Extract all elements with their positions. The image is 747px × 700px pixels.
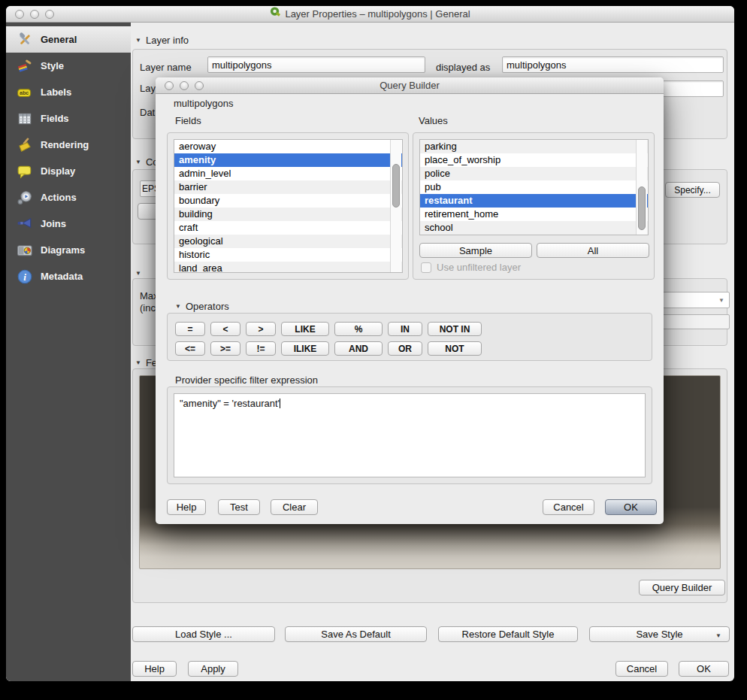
operator-button[interactable]: > <box>246 322 276 336</box>
value-list-item[interactable]: parking <box>420 140 648 153</box>
window-controls <box>15 10 54 19</box>
dialog-clear-button[interactable]: Clear <box>271 499 318 515</box>
metadata-icon: i <box>16 268 34 285</box>
sidebar-item-display[interactable]: Display <box>6 158 131 184</box>
operator-button[interactable]: IN <box>388 322 422 336</box>
field-list-item[interactable]: amenity <box>174 153 402 167</box>
display-icon <box>16 163 34 180</box>
value-list-item[interactable]: pub <box>420 180 648 194</box>
expression-textarea[interactable]: "amenity" = 'restaurant' <box>174 393 646 477</box>
value-list-item[interactable]: school <box>420 221 648 235</box>
operator-button[interactable]: <= <box>175 341 205 356</box>
operators-row-2: <=>=!=ILIKEANDORNOT <box>175 341 482 356</box>
dialog-test-button[interactable]: Test <box>218 499 260 515</box>
apply-button[interactable]: Apply <box>188 661 238 677</box>
dialog-cancel-button[interactable]: Cancel <box>543 499 594 515</box>
close-button[interactable] <box>15 10 24 19</box>
scrollbar-thumb[interactable] <box>638 186 646 230</box>
sidebar-item-fields[interactable]: Fields <box>6 105 131 132</box>
layer-info-header[interactable]: ▼ Layer info <box>135 35 189 46</box>
sidebar-item-style[interactable]: Style <box>6 53 131 79</box>
fields-icon <box>16 111 34 127</box>
crs-header[interactable]: ▼ Co <box>135 156 159 168</box>
use-unfiltered-checkbox[interactable] <box>421 262 431 273</box>
field-list-item[interactable]: building <box>174 208 402 221</box>
value-list-item[interactable]: police <box>420 167 648 180</box>
operators-header[interactable]: ▼ Operators <box>175 301 229 312</box>
disclosure-triangle-icon: ▼ <box>135 159 141 165</box>
sidebar-item-diagrams[interactable]: Diagrams <box>6 237 131 263</box>
dialog-title: Query Builder <box>156 77 664 94</box>
dialog-help-button[interactable]: Help <box>167 499 206 515</box>
save-as-default-button[interactable]: Save As Default <box>285 626 427 642</box>
text-cursor <box>280 398 280 408</box>
all-button[interactable]: All <box>537 243 649 258</box>
close-button[interactable] <box>165 81 174 90</box>
field-list-item[interactable]: craft <box>174 221 402 235</box>
values-scrollbar[interactable] <box>636 140 647 235</box>
window-titlebar[interactable]: Layer Properties – multipolygons | Gener… <box>6 6 734 23</box>
zoom-button[interactable] <box>45 10 54 19</box>
operator-button[interactable]: ILIKE <box>281 341 329 356</box>
field-list-item[interactable]: boundary <box>174 194 402 208</box>
field-list-item[interactable]: historic <box>174 248 402 262</box>
dialog-window-controls <box>165 81 204 90</box>
dialog-ok-button[interactable]: OK <box>605 499 657 515</box>
field-list-item[interactable]: land_area <box>174 262 402 273</box>
sidebar-item-joins[interactable]: Joins <box>6 211 131 237</box>
query-builder-dialog: Query Builder multipolygons Fields Value… <box>156 77 664 524</box>
zoom-button[interactable] <box>195 81 204 90</box>
cancel-button[interactable]: Cancel <box>615 661 668 677</box>
query-builder-button[interactable]: Query Builder <box>639 580 725 595</box>
help-button[interactable]: Help <box>132 661 177 677</box>
operator-button[interactable]: LIKE <box>281 322 329 336</box>
scrollbar-thumb[interactable] <box>392 164 400 208</box>
layer-name-label: Layer name <box>140 59 192 76</box>
qgis-icon <box>270 6 281 23</box>
sidebar-item-metadata[interactable]: i Metadata <box>6 263 131 289</box>
field-list-item[interactable]: admin_level <box>174 167 402 180</box>
sidebar-item-actions[interactable]: Actions <box>6 184 131 211</box>
dialog-titlebar[interactable]: Query Builder <box>156 77 664 94</box>
expression-label: Provider specific filter expression <box>175 374 318 386</box>
fields-list: aerowayamenityadmin_levelbarrierboundary… <box>174 139 403 273</box>
value-list-item[interactable]: restaurant <box>420 194 648 208</box>
minimize-button[interactable] <box>30 10 39 19</box>
sample-button[interactable]: Sample <box>419 243 532 258</box>
restore-default-style-button[interactable]: Restore Default Style <box>438 626 578 642</box>
operator-button[interactable]: != <box>246 341 276 356</box>
operator-button[interactable]: % <box>334 322 383 336</box>
load-style-button[interactable]: Load Style ... <box>132 626 275 642</box>
operator-button[interactable]: NOT IN <box>428 322 482 336</box>
operator-button[interactable]: < <box>210 322 240 336</box>
operator-button[interactable]: OR <box>388 341 422 356</box>
fields-scrollbar[interactable] <box>390 140 401 272</box>
sidebar-item-general[interactable]: General <box>6 26 131 53</box>
expression-groupbox: "amenity" = 'restaurant' <box>167 386 652 484</box>
operator-button[interactable]: >= <box>210 341 240 356</box>
scale-visibility-header[interactable]: ▼ <box>135 270 141 277</box>
sidebar: General Style abc Labels Fields Renderin… <box>6 23 131 681</box>
operator-button[interactable]: = <box>175 322 205 336</box>
field-list-item[interactable]: aeroway <box>174 140 402 153</box>
value-list-item[interactable]: place_of_worship <box>420 153 648 167</box>
specify-button[interactable]: Specify... <box>665 182 720 198</box>
save-style-button[interactable]: Save Style ▼ <box>589 626 730 642</box>
layer-name-input[interactable] <box>207 56 425 73</box>
operator-button[interactable]: AND <box>334 341 383 356</box>
minimize-button[interactable] <box>180 81 189 90</box>
dialog-layer-name: multipolygons <box>174 98 234 109</box>
sidebar-item-labels[interactable]: abc Labels <box>6 79 131 105</box>
value-list-item[interactable]: retirement_home <box>420 208 648 221</box>
operator-button[interactable]: NOT <box>428 341 482 356</box>
operators-row-1: =<>LIKE%INNOT IN <box>175 322 482 336</box>
ok-button[interactable]: OK <box>679 661 729 677</box>
displayed-as-input[interactable] <box>502 56 724 73</box>
sidebar-item-rendering[interactable]: Rendering <box>6 132 131 158</box>
field-list-item[interactable]: geological <box>174 235 402 248</box>
chevron-down-icon: ▼ <box>715 632 721 639</box>
style-icon <box>16 58 34 74</box>
values-label: Values <box>419 115 448 126</box>
features-header[interactable]: ▼ Fe <box>135 357 157 368</box>
field-list-item[interactable]: barrier <box>174 180 402 194</box>
